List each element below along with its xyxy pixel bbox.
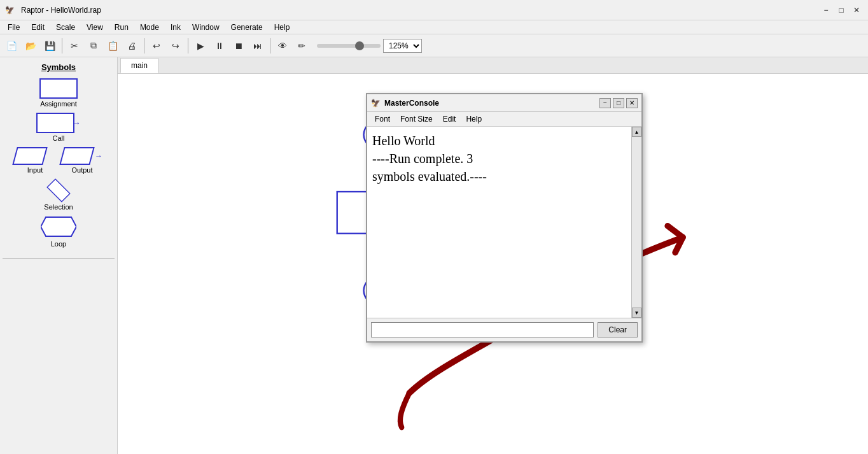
- assignment-shape: [39, 78, 78, 99]
- menu-generate[interactable]: Generate: [226, 22, 268, 33]
- symbol-loop[interactable]: Loop: [41, 216, 76, 248]
- menu-bar: File Edit Scale View Run Mode Ink Window…: [0, 20, 868, 34]
- loop-label: Loop: [51, 240, 66, 248]
- toolbar: 📄 📂 💾 ✂ ⧉ 📋 🖨 ↩ ↪ ▶ ⏸ ⏹ ⏭ 👁 ✏ 125% 100% …: [0, 34, 868, 57]
- console-title-left: 🦅 MasterConsole: [371, 99, 439, 108]
- menu-edit[interactable]: Edit: [26, 22, 50, 33]
- minimize-button[interactable]: −: [820, 4, 832, 17]
- zoom-area: 125% 100% 75% 150%: [317, 39, 422, 53]
- console-output-line3: symbols evaluated.----: [372, 167, 626, 185]
- menu-window[interactable]: Window: [187, 22, 225, 33]
- toolbar-separator-4: [270, 38, 270, 53]
- step-button[interactable]: ⏭: [249, 37, 267, 55]
- toolbar-separator-3: [188, 38, 188, 53]
- menu-help[interactable]: Help: [269, 22, 295, 33]
- assignment-label: Assignment: [40, 100, 76, 108]
- selection-shape: [46, 178, 71, 202]
- run-button[interactable]: ▶: [192, 37, 209, 55]
- console-menu-fontsize[interactable]: Font Size: [395, 113, 438, 125]
- symbol-output[interactable]: → Output: [62, 147, 102, 174]
- menu-view[interactable]: View: [81, 22, 108, 33]
- open-button[interactable]: 📂: [22, 37, 39, 55]
- content-area: main Start PUT "Hello World"¶ En: [118, 57, 868, 454]
- console-title-bar: 🦅 MasterConsole − □ ✕: [367, 94, 641, 112]
- print-button[interactable]: 🖨: [123, 37, 141, 55]
- undo-button[interactable]: ↩: [148, 37, 165, 55]
- menu-mode[interactable]: Mode: [135, 22, 164, 33]
- console-menu-help[interactable]: Help: [461, 113, 487, 125]
- cut-button[interactable]: ✂: [66, 37, 83, 55]
- stop-button[interactable]: ⏹: [230, 37, 248, 55]
- close-button[interactable]: ✕: [850, 4, 863, 17]
- tab-bar: main: [118, 57, 868, 74]
- redo-button[interactable]: ↪: [167, 37, 185, 55]
- sidebar: Symbols Assignment → Call → Input: [0, 57, 118, 454]
- console-text-area: Hello World ----Run complete. 3 symbols …: [367, 127, 631, 318]
- input-shape: [12, 147, 48, 165]
- output-arrow-icon: →: [95, 152, 102, 160]
- sidebar-title: Symbols: [41, 62, 76, 72]
- paste-button[interactable]: 📋: [104, 37, 122, 55]
- zoom-select[interactable]: 125% 100% 75% 150%: [383, 39, 422, 53]
- console-clear-button[interactable]: Clear: [598, 322, 638, 337]
- console-scrollbar[interactable]: ▲ ▼: [631, 127, 641, 318]
- maximize-button[interactable]: □: [835, 4, 848, 17]
- console-menu-font[interactable]: Font: [370, 113, 395, 125]
- title-bar: 🦅 Raptor - HelloWorld.rap − □ ✕: [0, 0, 868, 20]
- call-shape: [36, 113, 74, 133]
- console-window: 🦅 MasterConsole − □ ✕ Font Font Size Edi…: [366, 93, 643, 343]
- toolbar-separator-2: [144, 38, 144, 53]
- console-maximize-button[interactable]: □: [613, 98, 624, 108]
- console-bottom: Clear: [367, 318, 641, 341]
- title-bar-controls[interactable]: − □ ✕: [820, 4, 863, 17]
- watch-button[interactable]: 👁: [274, 37, 291, 55]
- app-icon: 🦅: [5, 6, 15, 15]
- input-output-row: → Input → Output: [15, 147, 102, 174]
- console-title-text: MasterConsole: [384, 99, 439, 108]
- pause-button[interactable]: ⏸: [211, 37, 228, 55]
- symbol-call[interactable]: → Call: [36, 113, 81, 142]
- call-shape-wrap: →: [36, 113, 81, 133]
- tab-main[interactable]: main: [120, 58, 158, 73]
- symbol-selection[interactable]: Selection: [43, 179, 74, 211]
- output-shape-wrap: →: [62, 147, 102, 165]
- loop-svg: [41, 216, 76, 238]
- menu-ink[interactable]: Ink: [165, 22, 186, 33]
- menu-scale[interactable]: Scale: [51, 22, 80, 33]
- selection-label: Selection: [44, 203, 73, 211]
- main-layout: Symbols Assignment → Call → Input: [0, 57, 868, 454]
- copy-button[interactable]: ⧉: [85, 37, 102, 55]
- loop-shape: [41, 216, 76, 239]
- console-output-line1: Hello World: [372, 132, 626, 150]
- zoom-thumb[interactable]: [355, 41, 364, 50]
- console-input-field[interactable]: [371, 322, 594, 337]
- console-minimize-button[interactable]: −: [599, 98, 611, 108]
- window-title: Raptor - HelloWorld.rap: [21, 6, 101, 15]
- call-arrow: →: [72, 118, 81, 128]
- call-label: Call: [53, 134, 65, 142]
- svg-marker-0: [41, 217, 76, 236]
- toolbar-separator-1: [62, 38, 62, 53]
- sidebar-divider: [3, 258, 115, 259]
- input-shape-wrap: →: [15, 147, 55, 165]
- symbol-assignment[interactable]: Assignment: [39, 78, 78, 108]
- pen-button[interactable]: ✏: [293, 37, 311, 55]
- symbol-input[interactable]: → Input: [15, 147, 55, 174]
- zoom-slider[interactable]: [317, 44, 381, 48]
- console-title-buttons[interactable]: − □ ✕: [599, 98, 638, 108]
- console-scroll-down[interactable]: ▼: [632, 308, 641, 318]
- menu-file[interactable]: File: [3, 22, 25, 33]
- console-close-button[interactable]: ✕: [626, 98, 638, 108]
- console-scroll-track[interactable]: [632, 137, 641, 308]
- console-scroll-up[interactable]: ▲: [632, 127, 641, 137]
- console-menu-edit[interactable]: Edit: [438, 113, 461, 125]
- console-content-row: Hello World ----Run complete. 3 symbols …: [367, 127, 641, 318]
- save-button[interactable]: 💾: [41, 37, 59, 55]
- selection-shape-wrap: [43, 179, 74, 202]
- console-icon: 🦅: [371, 99, 381, 108]
- output-label: Output: [71, 166, 92, 174]
- menu-run[interactable]: Run: [109, 22, 134, 33]
- console-output-line2: ----Run complete. 3: [372, 150, 626, 167]
- new-button[interactable]: 📄: [3, 37, 20, 55]
- canvas: Start PUT "Hello World"¶ End: [118, 74, 868, 454]
